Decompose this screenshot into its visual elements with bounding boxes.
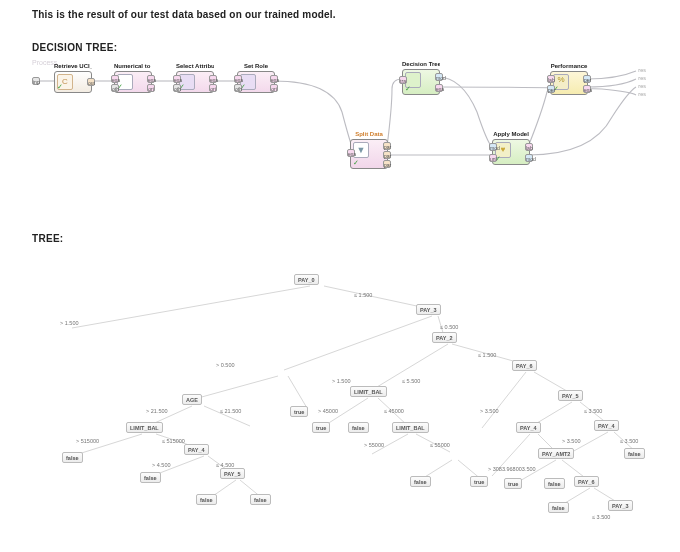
edge-label: ≤ 515000 <box>162 438 185 444</box>
tree-node-pay4a[interactable]: PAY_4 <box>184 444 209 455</box>
process-input-port: inp <box>32 77 40 85</box>
tree-leaf-false[interactable]: false <box>250 494 271 505</box>
tree-leaf-true[interactable]: true <box>290 406 308 417</box>
op-split-data[interactable]: Split Data ▼ ✓ exa par par par <box>350 139 388 169</box>
port-exa-l: exa <box>111 75 119 83</box>
endpoint-res-3: res <box>638 83 646 89</box>
port-exa: exa <box>347 149 355 157</box>
op-retrieve-title: Retrieve UCI_Credi... <box>54 63 92 69</box>
tree-leaf-false[interactable]: false <box>544 478 565 489</box>
port-out: out <box>87 78 95 86</box>
tree-node-limit-bal-2[interactable]: LIMIT_BAL <box>350 386 387 397</box>
op-apply-title: Apply Model <box>492 131 530 137</box>
tree-leaf-false[interactable]: false <box>196 494 217 505</box>
tree-node-pay2[interactable]: PAY_2 <box>432 332 457 343</box>
edge-label: ≤ 3.500 <box>584 408 602 414</box>
port-tra: tra <box>399 76 407 84</box>
endpoint-res-2: res <box>638 75 646 81</box>
port-per-r: per <box>583 75 591 83</box>
tree-node-pay4b[interactable]: PAY_4 <box>516 422 541 433</box>
port-exa-r: exa <box>209 75 217 83</box>
port-unl: unl <box>489 154 497 162</box>
port-ori-r: ori <box>209 84 217 92</box>
edge-label: > 3.500 <box>562 438 581 444</box>
edge-label: ≤ 1.500 <box>478 352 496 358</box>
op-apply-model[interactable]: Apply Model ♥ ✓ mod unl lab mod <box>492 139 530 165</box>
tree-leaf-true[interactable]: true <box>504 478 522 489</box>
port-par1: par <box>383 142 391 150</box>
tree-node-pay6[interactable]: PAY_6 <box>512 360 537 371</box>
tree-node-age[interactable]: AGE <box>182 394 202 405</box>
edge-label: > 21.500 <box>146 408 168 414</box>
edge-label: ≤ 5.500 <box>402 378 420 384</box>
tree-node-pay3b[interactable]: PAY_3 <box>608 500 633 511</box>
edge-label: ≤ 3.500 <box>620 438 638 444</box>
endpoint-res-4: res <box>638 91 646 97</box>
op-split-title: Split Data <box>350 131 388 137</box>
edge-label: ≤ 21.500 <box>220 408 241 414</box>
edge-label: > 515000 <box>76 438 99 444</box>
port-ori-r: ori <box>147 84 155 92</box>
tree-leaf-true[interactable]: true <box>470 476 488 487</box>
edge-label: > 4.500 <box>152 462 171 468</box>
edge-label: > 1.500 <box>332 378 351 384</box>
edge-label: ≤ 45000 <box>384 408 404 414</box>
port-lab: lab <box>525 143 533 151</box>
tree-node-pay3[interactable]: PAY_3 <box>416 304 441 315</box>
tree-leaf-false[interactable]: false <box>410 476 431 487</box>
edge-label: > 0.500 <box>216 362 235 368</box>
tree-node-payamt2[interactable]: PAY_AMT2 <box>538 448 574 459</box>
endpoint-res-1: res <box>638 67 646 73</box>
section-title-process: DECISION TREE: <box>32 42 648 53</box>
tree-node-pay5b[interactable]: PAY_5 <box>558 390 583 401</box>
tree-node-pay5a[interactable]: PAY_5 <box>220 468 245 479</box>
op-perf-title: Performance <box>550 63 588 69</box>
port-par3: par <box>383 160 391 168</box>
edge-label: ≤ 1.500 <box>354 292 372 298</box>
tree-leaf-false[interactable]: false <box>140 472 161 483</box>
tree-leaf-false[interactable]: false <box>348 422 369 433</box>
edge-label: ≤ 0.500 <box>440 324 458 330</box>
check-icon: ✓ <box>405 85 411 93</box>
port-exa: exa <box>435 84 443 92</box>
edge-label: > 1.500 <box>60 320 79 326</box>
op-numerical-to-binomial[interactable]: Numerical to Binomi... ✓ exa oth exa ori <box>114 71 152 93</box>
port-per-l: per <box>547 85 555 93</box>
page-intro: This is the result of our test data base… <box>32 9 648 20</box>
op-retrieve[interactable]: Retrieve UCI_Credi... C ✓ out <box>54 71 92 93</box>
edge-label: > 45000 <box>318 408 338 414</box>
op-decision-tree[interactable]: Decision Tree ✓ tra mod exa <box>402 69 440 95</box>
tree-leaf-false[interactable]: false <box>624 448 645 459</box>
port-exa-l: exa <box>234 75 242 83</box>
port-mod-r: mod <box>525 154 533 162</box>
op-set-role[interactable]: Set Role ✓ exa oth exa ori <box>237 71 275 93</box>
op-select-attributes[interactable]: Select Attributes ✓ exa oth exa ori <box>176 71 214 93</box>
tree-node-limit-bal-1[interactable]: LIMIT_BAL <box>126 422 163 433</box>
check-icon: ✓ <box>353 159 359 167</box>
port-ori-r: ori <box>270 84 278 92</box>
port-oth-l: oth <box>234 84 242 92</box>
section-title-tree: TREE: <box>32 233 648 244</box>
port-oth-l: oth <box>173 84 181 92</box>
port-mod: mod <box>435 73 443 81</box>
tree-leaf-false[interactable]: false <box>548 502 569 513</box>
port-exa-r: exa <box>270 75 278 83</box>
tree-leaf-true[interactable]: true <box>312 422 330 433</box>
port-mod: mod <box>489 143 497 151</box>
tree-node-pay0[interactable]: PAY_0 <box>294 274 319 285</box>
edge-label: > 3083.968003.500 <box>488 466 536 472</box>
tree-node-pay6b[interactable]: PAY_6 <box>574 476 599 487</box>
tree-leaf-false[interactable]: false <box>62 452 83 463</box>
tree-node-limit-bal-3[interactable]: LIMIT_BAL <box>392 422 429 433</box>
port-par2: par <box>383 151 391 159</box>
op-setrole-title: Set Role <box>237 63 275 69</box>
edge-label: > 55000 <box>364 442 384 448</box>
tree-node-pay4c[interactable]: PAY_4 <box>594 420 619 431</box>
port-oth-l: oth <box>111 84 119 92</box>
port-lab: lab <box>547 75 555 83</box>
op-performance[interactable]: Performance % ✓ lab per per exa <box>550 71 588 95</box>
edge-label: ≤ 3.500 <box>592 514 610 520</box>
port-exa-l: exa <box>173 75 181 83</box>
op-n2b-title: Numerical to Binomi... <box>114 63 152 69</box>
check-icon: ✓ <box>57 83 63 91</box>
